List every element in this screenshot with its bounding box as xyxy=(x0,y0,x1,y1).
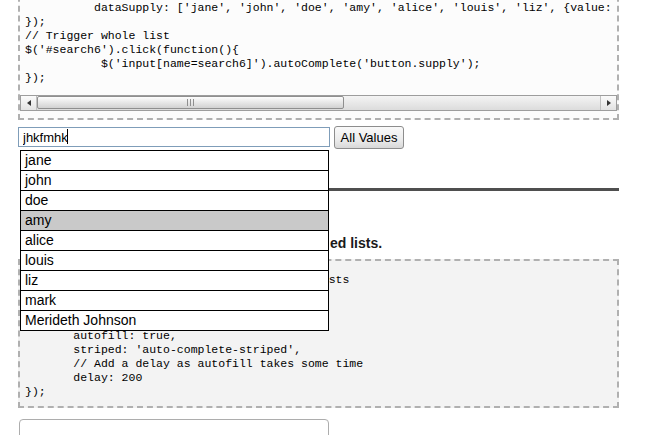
code-line: striped: 'auto-complete-striped', xyxy=(25,343,617,357)
code-line: dataSupply: ['jane', 'john', 'doe', 'amy… xyxy=(25,1,617,15)
all-values-button[interactable]: All Values xyxy=(334,126,404,149)
code-line: autofill: true, xyxy=(25,329,617,343)
scrollbar-left-arrow[interactable] xyxy=(21,96,37,110)
code-line: delay: 200 xyxy=(25,371,617,385)
search-input[interactable] xyxy=(18,127,330,147)
arrow-right-icon xyxy=(607,100,611,106)
code-line: // Trigger whole list xyxy=(25,29,617,43)
code-line: // Add a delay as autofill takes some ti… xyxy=(25,357,617,371)
section-heading-fragment: ed lists. xyxy=(330,236,382,251)
code-line: }); xyxy=(25,71,617,85)
autocomplete-dropdown: jane john doe amy alice louis liz mark M… xyxy=(20,150,329,331)
code-line: }); xyxy=(25,385,617,399)
dropdown-item[interactable]: doe xyxy=(20,190,329,211)
dropdown-item[interactable]: mark xyxy=(20,290,329,311)
dropdown-item[interactable]: liz xyxy=(20,270,329,291)
code-line: $('input[name=search6]').autoComplete('b… xyxy=(25,57,617,71)
next-section-input[interactable] xyxy=(19,419,329,435)
scrollbar-right-arrow[interactable] xyxy=(600,96,616,110)
arrow-left-icon xyxy=(27,100,31,106)
code-line: }); xyxy=(25,15,617,29)
code-area: dataSupply: ['jane', 'john', 'doe', 'amy… xyxy=(20,0,617,85)
scrollbar-grip-icon xyxy=(187,99,194,106)
dropdown-item[interactable]: Merideth Johnson xyxy=(20,310,329,331)
dropdown-item[interactable]: alice xyxy=(20,230,329,251)
page: dataSupply: ['jane', 'john', 'doe', 'amy… xyxy=(0,0,650,435)
text-caret xyxy=(67,129,68,144)
horizontal-scrollbar[interactable] xyxy=(20,95,617,111)
dropdown-item-selected[interactable]: amy xyxy=(20,210,329,231)
code-line: $('#search6').click(function(){ xyxy=(25,43,617,57)
scrollbar-thumb[interactable] xyxy=(37,96,344,109)
dropdown-item[interactable]: louis xyxy=(20,250,329,271)
dropdown-item[interactable]: jane xyxy=(20,150,329,171)
dropdown-item[interactable]: john xyxy=(20,170,329,191)
